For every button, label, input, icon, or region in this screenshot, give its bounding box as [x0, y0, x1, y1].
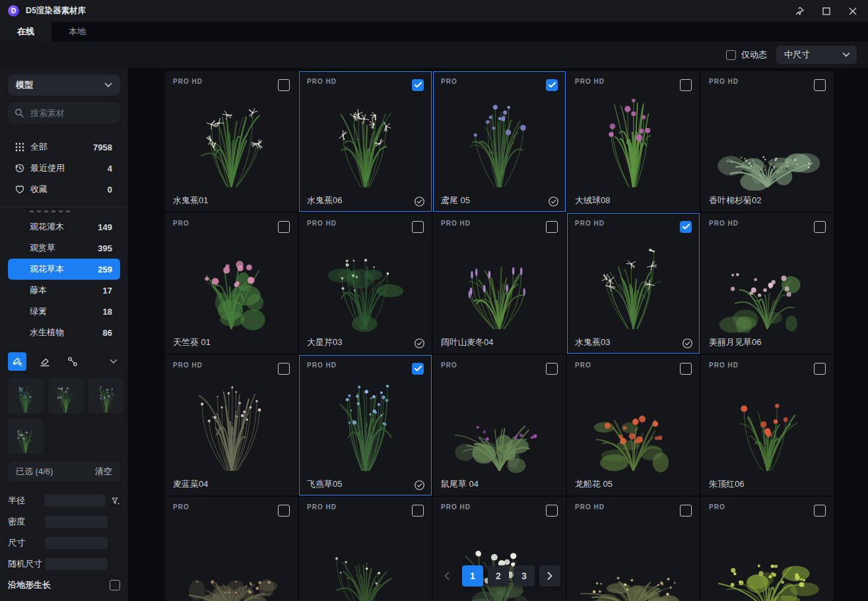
search-icon — [15, 108, 24, 117]
asset-card[interactable]: PRO HD — [567, 497, 700, 601]
material-library-window: D D5渲染器素材库 在线本地 仅动态 中尺寸 模型 全部 7958 — [0, 0, 868, 601]
window-title: D5渲染器素材库 — [26, 5, 86, 16]
category-item[interactable]: 观花草本 259 — [8, 259, 120, 280]
selected-asset-thumbnail[interactable] — [48, 378, 84, 414]
asset-thumbnail — [306, 371, 425, 474]
terrain-checkbox[interactable] — [110, 580, 120, 590]
clipped-category-item[interactable] — [30, 210, 71, 212]
quick-filter-item[interactable]: 收藏 0 — [0, 179, 128, 200]
brush-sliders: 半径 密度 尺寸 随机尺寸 — [8, 495, 120, 570]
asset-card[interactable]: PRO HD 飞燕草05 — [299, 355, 432, 495]
asset-card[interactable]: PRO — [701, 497, 834, 601]
asset-name: 香叶棉杉菊02 — [709, 195, 761, 206]
dynamic-only-checkbox[interactable] — [726, 50, 736, 60]
slider-track[interactable] — [45, 537, 108, 549]
quick-filter-item[interactable]: 全部 7958 — [0, 137, 128, 158]
grid-icon — [15, 142, 25, 152]
asset-name: 朱顶红06 — [709, 478, 744, 490]
maximize-icon[interactable] — [822, 7, 831, 16]
category-item[interactable]: 藤本 17 — [8, 280, 120, 301]
heart-icon — [15, 184, 25, 195]
asset-badge: PRO HD — [307, 78, 337, 85]
asset-name: 水鬼蕉01 — [173, 195, 208, 206]
asset-badge: PRO HD — [575, 503, 605, 511]
asset-card[interactable]: PRO HD 水鬼蕉01 — [165, 71, 298, 212]
category-list: 观花灌木 149 观赏草 395 观花草本 259 藤本 17 绿篱 18 水生… — [0, 216, 128, 343]
asset-badge: PRO HD — [575, 78, 605, 85]
asset-card[interactable]: PRO HD 香叶棉杉菊02 — [701, 71, 834, 212]
pin-icon[interactable] — [794, 6, 805, 16]
asset-badge: PRO HD — [709, 78, 739, 85]
asset-thumbnail — [708, 87, 827, 191]
asset-card[interactable]: PRO 鼠尾草 04 — [433, 355, 566, 495]
asset-type-select[interactable]: 模型 — [8, 75, 120, 96]
asset-card[interactable]: PRO 龙船花 05 — [567, 355, 700, 495]
asset-card[interactable]: PRO HD — [299, 497, 432, 601]
page-button[interactable]: 2 — [488, 565, 509, 586]
asset-thumbnail — [172, 229, 291, 332]
slider-track[interactable] — [44, 495, 106, 507]
tab-bar: 在线本地 — [0, 22, 868, 42]
filter-toolbar: 仅动态 中尺寸 — [0, 42, 868, 68]
slider-row: 随机尺寸 — [8, 558, 120, 570]
asset-card[interactable]: PRO 鸢尾 05 — [433, 71, 566, 212]
category-item[interactable]: 观赏草 395 — [8, 237, 120, 259]
asset-badge: PRO HD — [307, 503, 337, 511]
size-select-value: 中尺寸 — [784, 49, 810, 61]
asset-card[interactable]: PRO 天竺葵 01 — [165, 213, 298, 354]
asset-thumbnail — [574, 371, 693, 474]
asset-card[interactable]: PRO HD 大绒球08 — [567, 71, 700, 212]
asset-thumbnail — [708, 513, 827, 601]
asset-card[interactable]: PRO HD 大星芹03 — [299, 213, 432, 354]
selection-count: 已选 (4/6) — [16, 466, 53, 478]
slider-row: 半径 — [8, 495, 120, 507]
asset-card[interactable]: PRO HD 朱顶红06 — [701, 355, 834, 495]
asset-thumbnail — [172, 87, 291, 191]
close-icon[interactable] — [848, 7, 857, 16]
asset-name: 水鬼蕉03 — [575, 336, 610, 348]
path-node-tool-button[interactable] — [63, 352, 82, 371]
asset-badge: PRO HD — [307, 220, 337, 227]
selected-asset-thumbnail[interactable] — [8, 378, 44, 414]
asset-badge: PRO HD — [173, 362, 203, 369]
scatter-brush-tool-button[interactable] — [8, 352, 26, 371]
asset-card[interactable]: PRO HD 美丽月见草06 — [701, 213, 834, 354]
brush-size-icon[interactable] — [111, 496, 120, 505]
asset-badge: PRO HD — [173, 78, 203, 85]
asset-thumbnail — [172, 513, 291, 601]
asset-card[interactable]: PRO HD 水鬼蕉06 — [299, 71, 432, 212]
category-item[interactable]: 绿篱 18 — [8, 301, 120, 322]
asset-card[interactable]: PRO HD 阔叶山麦冬04 — [433, 213, 566, 354]
asset-card[interactable]: PRO HD 水鬼蕉03 — [567, 213, 700, 354]
asset-card[interactable]: PRO — [165, 497, 298, 601]
eraser-tool-button[interactable] — [36, 352, 54, 371]
asset-card[interactable]: PRO HD 麦蓝菜04 — [165, 355, 298, 495]
tab-active[interactable]: 在线 — [0, 22, 51, 42]
selected-asset-thumbnail[interactable] — [8, 418, 44, 454]
title-bar: D D5渲染器素材库 — [0, 0, 868, 22]
size-select[interactable]: 中尺寸 — [776, 46, 857, 64]
asset-name: 阔叶山麦冬04 — [441, 336, 493, 348]
asset-name: 飞燕草05 — [307, 478, 342, 490]
asset-thumbnail — [574, 87, 693, 191]
category-item[interactable]: 水生植物 86 — [8, 322, 120, 343]
tab-inactive[interactable]: 本地 — [51, 22, 103, 42]
asset-badge: PRO HD — [709, 220, 739, 227]
chevron-down-icon[interactable] — [110, 359, 117, 364]
clear-selection-button[interactable]: 清空 — [95, 466, 112, 478]
asset-badge: PRO — [173, 220, 189, 227]
page-button[interactable]: 1 — [462, 565, 483, 586]
category-item[interactable]: 观花灌木 149 — [8, 216, 120, 237]
quick-filter-item[interactable]: 最近使用 4 — [0, 158, 128, 179]
page-button[interactable]: 3 — [514, 565, 535, 586]
prev-page-button[interactable] — [436, 565, 457, 586]
asset-thumbnail — [440, 229, 559, 332]
asset-thumbnail — [708, 229, 827, 332]
slider-track[interactable] — [45, 516, 108, 528]
search-input[interactable] — [29, 108, 114, 119]
terrain-row: 沿地形生长 — [8, 579, 120, 591]
asset-thumbnail — [574, 513, 693, 601]
next-page-button[interactable] — [539, 565, 560, 586]
selected-asset-thumbnail[interactable] — [88, 378, 124, 414]
slider-track[interactable] — [45, 558, 108, 570]
